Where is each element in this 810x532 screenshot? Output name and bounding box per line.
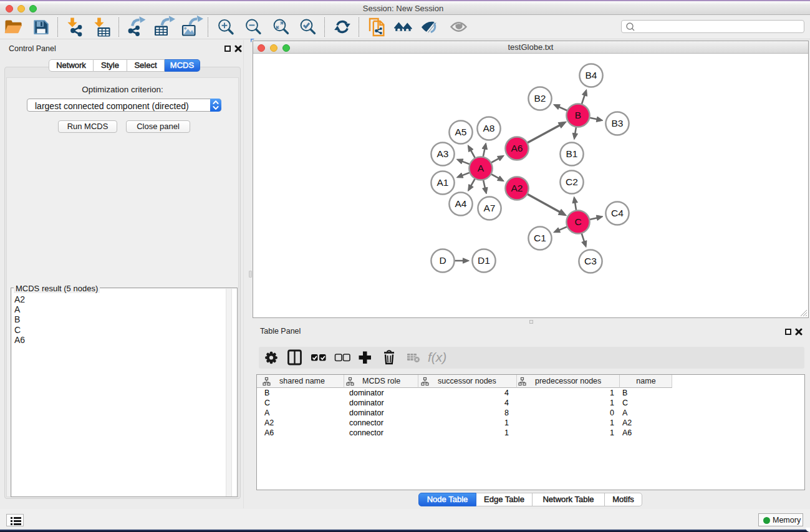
svg-text:A: A	[478, 163, 485, 173]
svg-text:B1: B1	[566, 148, 578, 159]
svg-text:A2: A2	[511, 183, 523, 193]
svg-text:D1: D1	[478, 255, 490, 266]
svg-text:B3: B3	[612, 118, 624, 128]
svg-text:A3: A3	[437, 148, 449, 159]
svg-text:f(x): f(x)	[428, 350, 446, 364]
svg-text:D: D	[439, 255, 446, 266]
svg-text:A1: A1	[437, 177, 449, 188]
svg-text:A7: A7	[484, 203, 496, 213]
svg-text:A4: A4	[455, 198, 467, 209]
svg-text:A5: A5	[455, 127, 467, 137]
svg-text:B4: B4	[586, 70, 597, 80]
svg-text:C2: C2	[566, 177, 578, 187]
svg-text:C1: C1	[534, 233, 546, 243]
svg-text:B: B	[575, 110, 581, 120]
svg-text:C3: C3	[584, 256, 597, 266]
svg-text:A8: A8	[483, 123, 495, 133]
svg-text:C: C	[574, 216, 581, 227]
svg-text:C4: C4	[611, 208, 624, 218]
svg-text:A6: A6	[511, 143, 523, 153]
svg-text:B2: B2	[534, 93, 546, 104]
